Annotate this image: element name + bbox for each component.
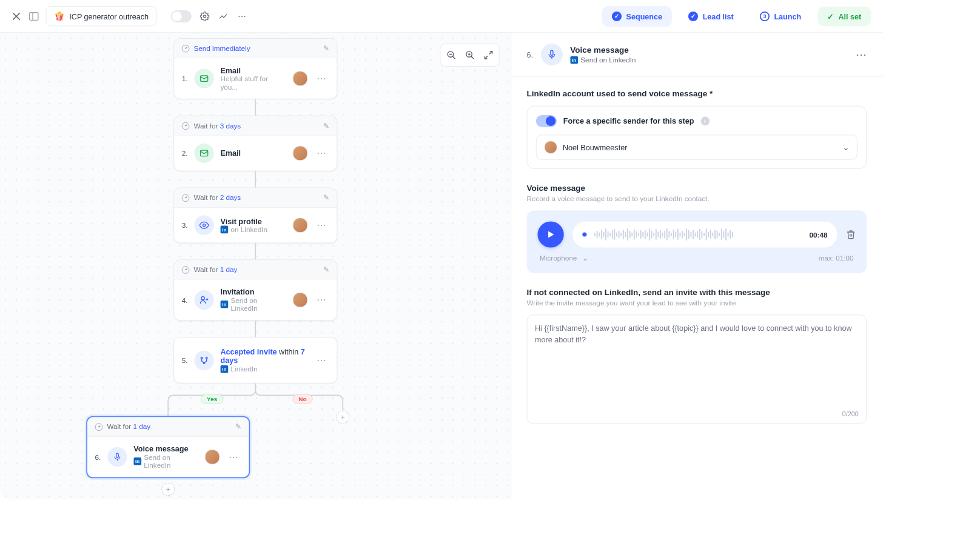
- voice-subheading: Record a voice message to send to your L…: [527, 194, 867, 203]
- voice-player: 00:48 Microphone ⌄ max: 01:00: [527, 210, 867, 273]
- all-set-badge[interactable]: ✓ All set: [817, 6, 871, 25]
- topbar: 🍿 ICP generator outreach ⋯ ✓ Sequence ✓ …: [0, 0, 882, 33]
- step-menu-icon[interactable]: ⋯: [227, 451, 241, 463]
- chevron-down-icon: ⌄: [580, 254, 588, 262]
- svg-rect-0: [30, 12, 38, 20]
- edit-icon[interactable]: ✎: [323, 265, 329, 274]
- trash-icon[interactable]: [846, 230, 856, 239]
- zoom-controls: [440, 44, 500, 67]
- step-number-badge: 3: [760, 11, 770, 21]
- avatar: [292, 292, 307, 307]
- panel-toggle-icon[interactable]: [29, 11, 39, 22]
- linkedin-icon: in: [220, 365, 228, 373]
- svg-point-15: [201, 297, 204, 300]
- invite-message-input[interactable]: Hi {{firstName}}, I saw your article abo…: [527, 314, 867, 424]
- clock-icon: [182, 122, 190, 130]
- panel-menu-icon[interactable]: ⋯: [856, 48, 867, 61]
- play-button[interactable]: [538, 221, 564, 247]
- svg-line-7: [471, 56, 474, 59]
- connector: [255, 99, 256, 116]
- flow-column: Send immediately ✎ 1. Email Helpful stuf…: [173, 33, 337, 384]
- avatar: [205, 450, 220, 465]
- zoom-out-icon[interactable]: [443, 47, 460, 64]
- project-title[interactable]: 🍿 ICP generator outreach: [46, 6, 157, 26]
- linkedin-icon: in: [133, 457, 141, 465]
- chevron-down-icon: ⌄: [842, 142, 850, 152]
- branch-icon: [194, 350, 213, 370]
- expand-icon[interactable]: [480, 47, 497, 64]
- step-card-1[interactable]: Send immediately ✎ 1. Email Helpful stuf…: [173, 38, 337, 99]
- wave-bars: [594, 228, 802, 241]
- eye-icon: [194, 216, 213, 235]
- email-icon: [194, 68, 213, 88]
- invite-subheading: Write the invite message you want your l…: [527, 299, 867, 307]
- close-icon[interactable]: [11, 11, 22, 22]
- step-menu-icon[interactable]: ⋯: [314, 354, 329, 367]
- step-card-4[interactable]: Wait for 1 day ✎ 4. Invitation inSend on…: [173, 259, 337, 321]
- svg-point-2: [204, 15, 206, 18]
- step-detail-panel: 6. Voice message inSend on LinkedIn ⋯ Li…: [511, 33, 882, 499]
- edit-icon[interactable]: ✎: [323, 122, 329, 130]
- avatar: [292, 145, 307, 161]
- gear-icon[interactable]: [200, 11, 210, 22]
- svg-rect-23: [551, 50, 553, 55]
- wait-row: Wait for 1 day ✎: [174, 260, 337, 279]
- avatar: [544, 141, 557, 154]
- zoom-in-icon[interactable]: [461, 47, 479, 64]
- tab-lead-list[interactable]: ✓ Lead list: [679, 5, 743, 26]
- tab-launch[interactable]: 3 Launch: [750, 5, 811, 26]
- branch-no: No: [292, 394, 312, 404]
- account-heading: LinkedIn account used to send voice mess…: [527, 89, 867, 98]
- add-step-button[interactable]: +: [336, 411, 349, 424]
- svg-line-11: [485, 56, 488, 59]
- step-menu-icon[interactable]: ⋯: [314, 219, 329, 231]
- branch-yes: Yes: [201, 394, 223, 404]
- edit-icon[interactable]: ✎: [235, 423, 241, 431]
- force-sender-card: Force a specific sender for this step i …: [527, 106, 867, 169]
- svg-line-10: [489, 52, 492, 55]
- svg-point-19: [206, 357, 207, 359]
- project-emoji: 🍿: [54, 11, 65, 21]
- svg-rect-21: [116, 453, 119, 457]
- step-card-2[interactable]: Wait for 3 days ✎ 2. Email ⋯: [173, 116, 337, 171]
- step-menu-icon[interactable]: ⋯: [314, 73, 329, 85]
- svg-line-4: [452, 56, 455, 59]
- waveform[interactable]: 00:48: [572, 221, 837, 247]
- step-card-5[interactable]: 5. Accepted invite within 7 days inLinke…: [173, 337, 337, 384]
- step-menu-icon[interactable]: ⋯: [314, 294, 329, 306]
- playhead-dot: [582, 232, 586, 236]
- check-icon: ✓: [827, 12, 834, 20]
- step-menu-icon[interactable]: ⋯: [314, 147, 329, 159]
- sender-select[interactable]: Noel Bouwmeester ⌄: [536, 135, 858, 159]
- step-card-6[interactable]: Wait for 1 day ✎ 6. Voice message: [86, 416, 250, 479]
- force-sender-toggle[interactable]: [536, 115, 557, 127]
- edit-icon[interactable]: ✎: [323, 44, 329, 52]
- mic-icon: [107, 447, 127, 467]
- pause-toggle[interactable]: [171, 10, 192, 22]
- mic-select[interactable]: Microphone ⌄: [540, 254, 588, 262]
- sequence-canvas[interactable]: Send immediately ✎ 1. Email Helpful stuf…: [0, 33, 511, 499]
- more-icon[interactable]: ⋯: [237, 11, 247, 22]
- info-icon[interactable]: i: [700, 117, 709, 125]
- mic-icon: [541, 44, 563, 65]
- invite-heading: If not connected on LinkedIn, send an in…: [527, 287, 867, 296]
- connector: [255, 321, 256, 337]
- linkedin-icon: in: [570, 56, 578, 64]
- panel-header: 6. Voice message inSend on LinkedIn ⋯: [511, 33, 882, 77]
- svg-point-18: [201, 357, 203, 359]
- invite-icon: [194, 290, 213, 310]
- edit-icon[interactable]: ✎: [323, 194, 329, 202]
- tab-sequence[interactable]: ✓ Sequence: [602, 5, 672, 26]
- svg-marker-25: [548, 231, 554, 238]
- analytics-icon[interactable]: [218, 11, 229, 22]
- email-icon: [194, 144, 213, 163]
- linkedin-icon: in: [220, 226, 228, 234]
- check-circle-icon: ✓: [612, 11, 622, 21]
- step-card-3[interactable]: Wait for 2 days ✎ 3. Visit profile inon …: [173, 188, 337, 244]
- project-name-text: ICP generator outreach: [69, 12, 149, 20]
- wait-row: Wait for 2 days ✎: [174, 188, 337, 208]
- add-step-button[interactable]: +: [161, 483, 175, 496]
- avatar: [292, 218, 307, 233]
- wait-row: Wait for 1 day ✎: [87, 417, 249, 437]
- svg-point-14: [203, 224, 205, 227]
